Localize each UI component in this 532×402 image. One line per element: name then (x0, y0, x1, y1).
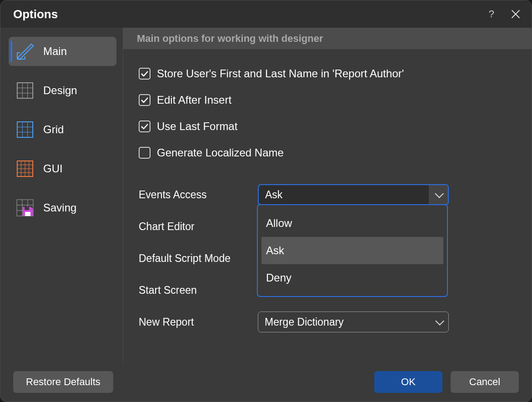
cancel-button[interactable]: Cancel (451, 371, 519, 393)
window-title: Options (13, 7, 58, 21)
footer: Restore Defaults OK Cancel (0, 362, 532, 402)
option-ask[interactable]: Ask (261, 237, 443, 264)
check-store-author[interactable]: Store User's First and Last Name in 'Rep… (139, 60, 516, 87)
options-dialog: Options ? Main (0, 0, 532, 402)
field-label: New Report (139, 316, 258, 328)
field-label: Start Screen (139, 284, 258, 296)
check-label: Use Last Format (157, 120, 237, 133)
grid-blue-icon (15, 120, 35, 140)
sidebar-item-grid[interactable]: Grid (9, 115, 116, 144)
ok-button[interactable]: OK (374, 371, 442, 393)
svg-rect-24 (25, 207, 29, 210)
checkbox[interactable] (139, 94, 151, 106)
sidebar-item-design[interactable]: Design (9, 76, 116, 105)
checkbox[interactable] (139, 121, 151, 132)
restore-defaults-button[interactable]: Restore Defaults (13, 371, 113, 393)
svg-rect-7 (17, 122, 33, 137)
select-value: Ask (265, 189, 282, 201)
sidebar: Main Design (0, 28, 123, 362)
grid-orange-icon (15, 159, 35, 179)
field-label: Default Script Mode (139, 252, 258, 265)
option-allow[interactable]: Allow (261, 210, 443, 237)
sidebar-item-label: Design (43, 84, 77, 97)
titlebar-controls: ? (489, 8, 521, 20)
check-edit-after-insert[interactable]: Edit After Insert (139, 87, 516, 113)
sidebar-item-main[interactable]: Main (9, 37, 116, 66)
sidebar-item-label: Grid (43, 123, 64, 136)
grid-icon (15, 80, 35, 100)
events-access-dropdown[interactable]: Allow Ask Deny (257, 204, 448, 297)
checkbox[interactable] (139, 147, 151, 159)
titlebar: Options ? (0, 0, 532, 28)
checkbox[interactable] (139, 68, 151, 80)
ruler-pencil-icon (15, 41, 35, 61)
save-icon (15, 198, 35, 218)
field-new-report: New Report Merge Dictionary (139, 306, 516, 338)
check-label: Edit After Insert (157, 94, 231, 106)
svg-rect-2 (17, 83, 33, 98)
close-icon[interactable] (511, 9, 521, 19)
check-generate-localized-name[interactable]: Generate Localized Name (139, 140, 516, 166)
field-label: Chart Editor (139, 221, 258, 233)
help-icon[interactable]: ? (489, 8, 494, 20)
check-label: Generate Localized Name (157, 146, 284, 159)
sidebar-item-gui[interactable]: GUI (9, 154, 116, 183)
check-label: Store User's First and Last Name in 'Rep… (157, 67, 404, 80)
sidebar-item-label: GUI (43, 162, 63, 175)
field-label: Events Access (139, 189, 258, 201)
new-report-select[interactable]: Merge Dictionary (258, 312, 449, 332)
events-access-select[interactable]: Ask (258, 184, 449, 205)
chevron-down-icon (435, 189, 444, 198)
chevron-down-icon (435, 317, 444, 326)
section-body: Store User's First and Last Name in 'Rep… (123, 50, 532, 347)
content-pane: Main options for working with designer S… (123, 28, 532, 362)
sidebar-item-saving[interactable]: Saving (9, 193, 116, 222)
select-value: Merge Dictionary (265, 316, 344, 328)
sidebar-item-label: Saving (43, 201, 76, 214)
check-use-last-format[interactable]: Use Last Format (139, 113, 516, 140)
section-title: Main options for working with designer (123, 28, 532, 50)
svg-rect-25 (25, 212, 30, 216)
sidebar-item-label: Main (43, 45, 67, 58)
option-deny[interactable]: Deny (261, 264, 443, 291)
